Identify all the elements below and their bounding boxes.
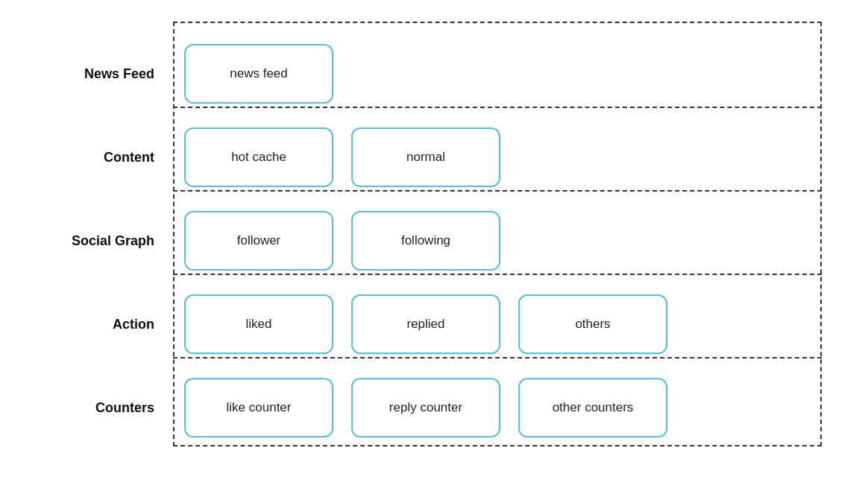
- cell-content-1: normal: [351, 127, 500, 187]
- cells-social-graph: followerfollowing: [169, 211, 822, 271]
- cell-counters-0: like counter: [184, 378, 333, 438]
- cells-content: hot cachenormal: [169, 127, 822, 187]
- label-news-feed: News Feed: [39, 66, 169, 82]
- cell-content-0: hot cache: [184, 127, 333, 187]
- cells-counters: like counterreply counterother counters: [169, 378, 822, 438]
- row-action: Actionlikedrepliedothers: [39, 282, 822, 366]
- cell-counters-2: other counters: [518, 378, 667, 438]
- cells-action: likedrepliedothers: [169, 294, 822, 354]
- cell-social-graph-1: following: [351, 211, 500, 271]
- cells-news-feed: news feed: [169, 44, 822, 104]
- row-news-feed: News Feednews feed: [39, 32, 822, 116]
- label-content: Content: [39, 150, 169, 165]
- label-social-graph: Social Graph: [39, 233, 169, 249]
- row-content: Contenthot cachenormal: [39, 116, 822, 199]
- diagram-container: News Feednews feedContenthot cachenormal…: [39, 22, 829, 461]
- cell-social-graph-0: follower: [184, 211, 333, 271]
- cell-counters-1: reply counter: [351, 378, 500, 438]
- row-counters: Counterslike counterreply counterother c…: [39, 366, 822, 449]
- cell-news-feed-0: news feed: [184, 44, 333, 104]
- cell-action-0: liked: [184, 294, 333, 354]
- cell-action-2: others: [518, 294, 667, 354]
- label-action: Action: [39, 317, 169, 332]
- row-social-graph: Social Graphfollowerfollowing: [39, 199, 822, 282]
- label-counters: Counters: [39, 400, 169, 416]
- cell-action-1: replied: [351, 294, 500, 354]
